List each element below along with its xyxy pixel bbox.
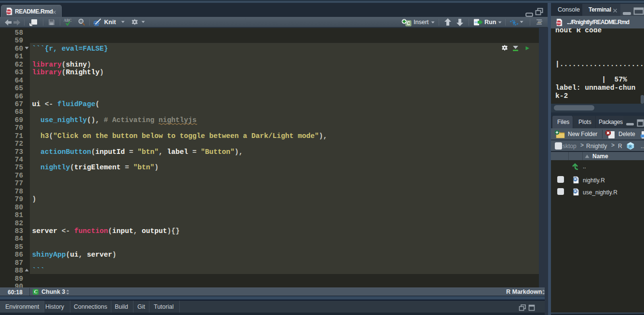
svg-text:Rmd: Rmd bbox=[6, 11, 11, 13]
svg-text:Rmd: Rmd bbox=[556, 22, 561, 24]
svg-text:ABC: ABC bbox=[64, 18, 72, 23]
svg-text:R: R bbox=[574, 190, 577, 193]
svg-text:R: R bbox=[574, 178, 577, 181]
svg-text:R: R bbox=[629, 144, 632, 149]
svg-text:C: C bbox=[407, 21, 410, 26]
